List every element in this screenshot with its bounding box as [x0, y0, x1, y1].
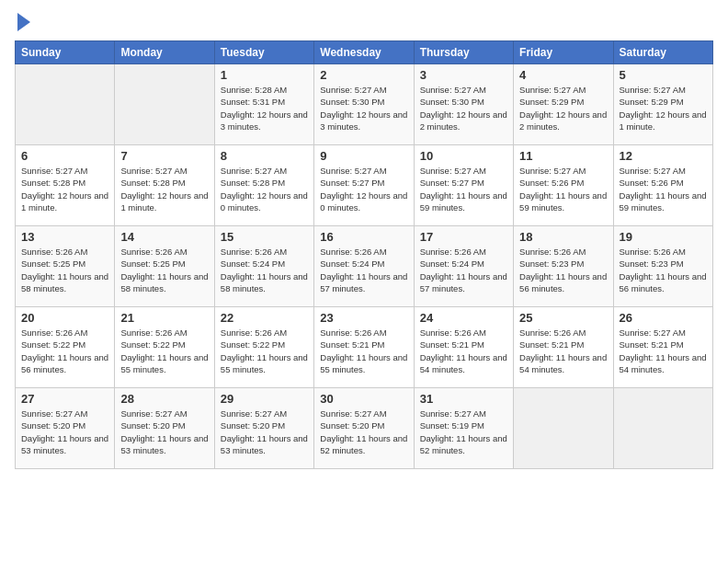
calendar-cell: 7Sunrise: 5:27 AMSunset: 5:28 PMDaylight… — [115, 145, 214, 226]
day-number: 14 — [120, 230, 208, 244]
calendar-cell: 1Sunrise: 5:28 AMSunset: 5:31 PMDaylight… — [214, 64, 313, 145]
day-info: Sunrise: 5:26 AMSunset: 5:24 PMDaylight:… — [420, 246, 507, 294]
day-number: 18 — [519, 230, 607, 244]
day-number: 22 — [221, 311, 308, 325]
day-number: 25 — [519, 311, 607, 325]
calendar-table: SundayMondayTuesdayWednesdayThursdayFrid… — [15, 40, 713, 469]
calendar-cell — [115, 64, 214, 145]
calendar-header-row: SundayMondayTuesdayWednesdayThursdayFrid… — [16, 41, 713, 64]
calendar-cell: 10Sunrise: 5:27 AMSunset: 5:27 PMDayligh… — [414, 145, 513, 226]
day-info: Sunrise: 5:26 AMSunset: 5:21 PMDaylight:… — [519, 327, 607, 375]
column-header-thursday: Thursday — [414, 41, 513, 64]
day-info: Sunrise: 5:26 AMSunset: 5:25 PMDaylight:… — [120, 246, 208, 294]
day-number: 20 — [21, 311, 108, 325]
column-header-tuesday: Tuesday — [214, 41, 313, 64]
day-info: Sunrise: 5:26 AMSunset: 5:22 PMDaylight:… — [120, 327, 208, 375]
calendar-cell: 13Sunrise: 5:26 AMSunset: 5:25 PMDayligh… — [16, 226, 115, 307]
day-info: Sunrise: 5:27 AMSunset: 5:21 PMDaylight:… — [620, 327, 707, 375]
column-header-friday: Friday — [514, 41, 613, 64]
day-number: 16 — [320, 230, 407, 244]
day-number: 11 — [519, 149, 607, 163]
page-header — [15, 15, 713, 31]
calendar-cell: 2Sunrise: 5:27 AMSunset: 5:30 PMDaylight… — [314, 64, 414, 145]
day-number: 6 — [21, 149, 108, 163]
day-info: Sunrise: 5:26 AMSunset: 5:23 PMDaylight:… — [620, 246, 707, 294]
calendar-cell: 6Sunrise: 5:27 AMSunset: 5:28 PMDaylight… — [16, 145, 115, 226]
calendar-cell: 21Sunrise: 5:26 AMSunset: 5:22 PMDayligh… — [115, 307, 214, 388]
calendar-cell: 17Sunrise: 5:26 AMSunset: 5:24 PMDayligh… — [414, 226, 513, 307]
day-number: 24 — [420, 311, 507, 325]
day-info: Sunrise: 5:27 AMSunset: 5:20 PMDaylight:… — [320, 408, 407, 456]
calendar-cell: 5Sunrise: 5:27 AMSunset: 5:29 PMDaylight… — [613, 64, 712, 145]
day-number: 27 — [21, 392, 108, 406]
day-info: Sunrise: 5:27 AMSunset: 5:30 PMDaylight:… — [420, 84, 507, 132]
day-info: Sunrise: 5:26 AMSunset: 5:24 PMDaylight:… — [221, 246, 308, 294]
day-info: Sunrise: 5:27 AMSunset: 5:28 PMDaylight:… — [120, 165, 208, 213]
calendar-cell — [613, 388, 712, 469]
column-header-sunday: Sunday — [16, 41, 115, 64]
day-number: 12 — [620, 149, 707, 163]
day-number: 5 — [620, 68, 707, 82]
day-number: 7 — [120, 149, 208, 163]
calendar-cell: 8Sunrise: 5:27 AMSunset: 5:28 PMDaylight… — [214, 145, 313, 226]
day-number: 30 — [320, 392, 407, 406]
day-number: 17 — [420, 230, 507, 244]
day-number: 19 — [620, 230, 707, 244]
day-info: Sunrise: 5:27 AMSunset: 5:27 PMDaylight:… — [320, 165, 407, 213]
calendar-cell: 19Sunrise: 5:26 AMSunset: 5:23 PMDayligh… — [613, 226, 712, 307]
day-number: 8 — [221, 149, 308, 163]
day-number: 31 — [420, 392, 507, 406]
logo-arrow-icon — [17, 13, 30, 31]
calendar-cell: 28Sunrise: 5:27 AMSunset: 5:20 PMDayligh… — [115, 388, 214, 469]
day-info: Sunrise: 5:26 AMSunset: 5:21 PMDaylight:… — [420, 327, 507, 375]
calendar-cell: 11Sunrise: 5:27 AMSunset: 5:26 PMDayligh… — [514, 145, 613, 226]
day-number: 26 — [620, 311, 707, 325]
calendar-cell: 31Sunrise: 5:27 AMSunset: 5:19 PMDayligh… — [414, 388, 513, 469]
week-row-5: 27Sunrise: 5:27 AMSunset: 5:20 PMDayligh… — [16, 388, 713, 469]
calendar-cell: 26Sunrise: 5:27 AMSunset: 5:21 PMDayligh… — [613, 307, 712, 388]
day-number: 29 — [221, 392, 308, 406]
day-info: Sunrise: 5:27 AMSunset: 5:26 PMDaylight:… — [519, 165, 607, 213]
logo — [15, 15, 30, 31]
day-number: 23 — [320, 311, 407, 325]
day-info: Sunrise: 5:26 AMSunset: 5:25 PMDaylight:… — [21, 246, 108, 294]
day-info: Sunrise: 5:28 AMSunset: 5:31 PMDaylight:… — [221, 84, 308, 132]
week-row-3: 13Sunrise: 5:26 AMSunset: 5:25 PMDayligh… — [16, 226, 713, 307]
day-info: Sunrise: 5:27 AMSunset: 5:20 PMDaylight:… — [120, 408, 208, 456]
calendar-cell: 23Sunrise: 5:26 AMSunset: 5:21 PMDayligh… — [314, 307, 414, 388]
day-number: 4 — [519, 68, 607, 82]
calendar-cell: 18Sunrise: 5:26 AMSunset: 5:23 PMDayligh… — [514, 226, 613, 307]
column-header-saturday: Saturday — [613, 41, 712, 64]
day-info: Sunrise: 5:27 AMSunset: 5:20 PMDaylight:… — [221, 408, 308, 456]
calendar-cell: 3Sunrise: 5:27 AMSunset: 5:30 PMDaylight… — [414, 64, 513, 145]
week-row-1: 1Sunrise: 5:28 AMSunset: 5:31 PMDaylight… — [16, 64, 713, 145]
calendar-cell: 30Sunrise: 5:27 AMSunset: 5:20 PMDayligh… — [314, 388, 414, 469]
day-number: 21 — [120, 311, 208, 325]
week-row-4: 20Sunrise: 5:26 AMSunset: 5:22 PMDayligh… — [16, 307, 713, 388]
day-info: Sunrise: 5:26 AMSunset: 5:22 PMDaylight:… — [221, 327, 308, 375]
calendar-cell: 9Sunrise: 5:27 AMSunset: 5:27 PMDaylight… — [314, 145, 414, 226]
day-info: Sunrise: 5:27 AMSunset: 5:27 PMDaylight:… — [420, 165, 507, 213]
calendar-cell: 24Sunrise: 5:26 AMSunset: 5:21 PMDayligh… — [414, 307, 513, 388]
day-number: 1 — [221, 68, 308, 82]
day-info: Sunrise: 5:27 AMSunset: 5:29 PMDaylight:… — [519, 84, 607, 132]
day-info: Sunrise: 5:26 AMSunset: 5:22 PMDaylight:… — [21, 327, 108, 375]
calendar-cell: 16Sunrise: 5:26 AMSunset: 5:24 PMDayligh… — [314, 226, 414, 307]
day-number: 10 — [420, 149, 507, 163]
calendar-cell: 14Sunrise: 5:26 AMSunset: 5:25 PMDayligh… — [115, 226, 214, 307]
calendar-cell: 20Sunrise: 5:26 AMSunset: 5:22 PMDayligh… — [16, 307, 115, 388]
column-header-monday: Monday — [115, 41, 214, 64]
calendar-cell: 29Sunrise: 5:27 AMSunset: 5:20 PMDayligh… — [214, 388, 313, 469]
day-info: Sunrise: 5:26 AMSunset: 5:24 PMDaylight:… — [320, 246, 407, 294]
day-info: Sunrise: 5:27 AMSunset: 5:26 PMDaylight:… — [620, 165, 707, 213]
day-number: 9 — [320, 149, 407, 163]
day-info: Sunrise: 5:27 AMSunset: 5:28 PMDaylight:… — [21, 165, 108, 213]
day-number: 2 — [320, 68, 407, 82]
calendar-cell: 12Sunrise: 5:27 AMSunset: 5:26 PMDayligh… — [613, 145, 712, 226]
column-header-wednesday: Wednesday — [314, 41, 414, 64]
day-info: Sunrise: 5:27 AMSunset: 5:30 PMDaylight:… — [320, 84, 407, 132]
day-info: Sunrise: 5:27 AMSunset: 5:19 PMDaylight:… — [420, 408, 507, 456]
calendar-cell: 15Sunrise: 5:26 AMSunset: 5:24 PMDayligh… — [214, 226, 313, 307]
day-number: 3 — [420, 68, 507, 82]
calendar-cell: 25Sunrise: 5:26 AMSunset: 5:21 PMDayligh… — [514, 307, 613, 388]
